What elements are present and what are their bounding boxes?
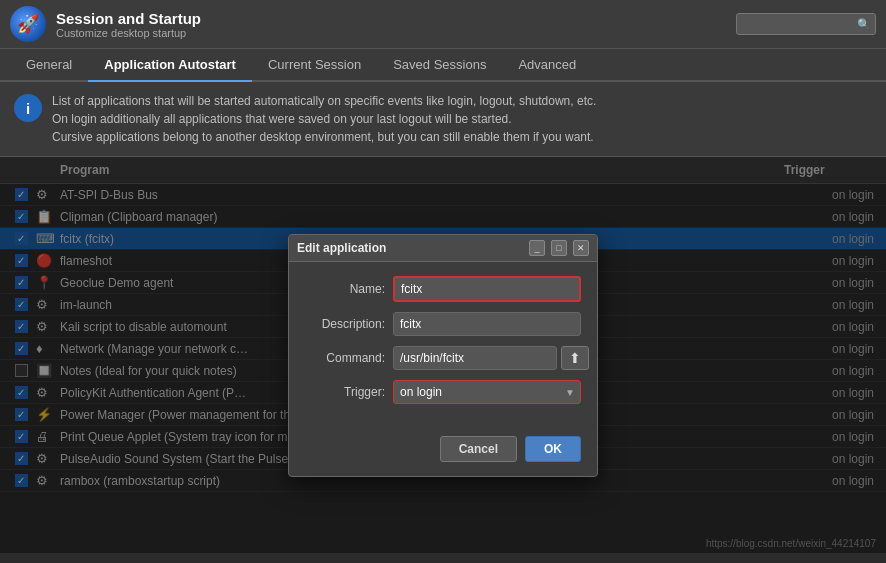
modal-title: Edit application xyxy=(297,241,523,255)
ok-button[interactable]: OK xyxy=(525,436,581,462)
tab-application-autostart[interactable]: Application Autostart xyxy=(88,49,252,82)
description-row: Description: xyxy=(305,312,581,336)
trigger-label: Trigger: xyxy=(305,385,385,399)
modal-close-button[interactable]: ✕ xyxy=(573,240,589,256)
tab-current-session[interactable]: Current Session xyxy=(252,49,377,82)
info-line-2: On login additionally all applications t… xyxy=(52,110,596,128)
command-input[interactable] xyxy=(393,346,557,370)
command-browse-button[interactable]: ⬆ xyxy=(561,346,589,370)
description-input[interactable] xyxy=(393,312,581,336)
info-line-1: List of applications that will be starte… xyxy=(52,92,596,110)
modal-overlay: Edit application _ □ ✕ Name: Description… xyxy=(0,157,886,553)
command-row: Command: ⬆ xyxy=(305,346,581,370)
modal-maximize-button[interactable]: □ xyxy=(551,240,567,256)
modal-minimize-button[interactable]: _ xyxy=(529,240,545,256)
info-text: List of applications that will be starte… xyxy=(52,92,596,146)
edit-application-modal: Edit application _ □ ✕ Name: Description… xyxy=(288,234,598,477)
search-input[interactable] xyxy=(736,13,876,35)
cancel-button[interactable]: Cancel xyxy=(440,436,517,462)
tab-general[interactable]: General xyxy=(10,49,88,82)
modal-titlebar: Edit application _ □ ✕ xyxy=(289,235,597,262)
tab-bar: General Application Autostart Current Se… xyxy=(0,49,886,82)
titlebar-text: Session and Startup Customize desktop st… xyxy=(56,10,726,39)
info-icon: i xyxy=(14,94,42,122)
info-line-3: Cursive applications belong to another d… xyxy=(52,128,596,146)
trigger-select[interactable]: on login on logout on shutdown xyxy=(393,380,581,404)
modal-footer: Cancel OK xyxy=(289,428,597,476)
app-logo: 🚀 xyxy=(10,6,46,42)
info-banner: i List of applications that will be star… xyxy=(0,82,886,157)
name-label: Name: xyxy=(305,282,385,296)
description-label: Description: xyxy=(305,317,385,331)
trigger-row: Trigger: on login on logout on shutdown … xyxy=(305,380,581,404)
name-input[interactable] xyxy=(393,276,581,302)
search-wrapper: 🔍 xyxy=(736,13,876,35)
modal-body: Name: Description: Command: ⬆ xyxy=(289,262,597,428)
name-row: Name: xyxy=(305,276,581,302)
command-with-btn: ⬆ xyxy=(393,346,589,370)
search-icon: 🔍 xyxy=(857,18,871,31)
app-subtitle: Customize desktop startup xyxy=(56,27,726,39)
tab-advanced[interactable]: Advanced xyxy=(502,49,592,82)
app-title: Session and Startup xyxy=(56,10,726,27)
command-label: Command: xyxy=(305,351,385,365)
titlebar: 🚀 Session and Startup Customize desktop … xyxy=(0,0,886,49)
trigger-select-wrapper: on login on logout on shutdown ▼ xyxy=(393,380,581,404)
main-area: Program Trigger ✓ ⚙ AT-SPI D-Bus Bus on … xyxy=(0,157,886,553)
tab-saved-sessions[interactable]: Saved Sessions xyxy=(377,49,502,82)
